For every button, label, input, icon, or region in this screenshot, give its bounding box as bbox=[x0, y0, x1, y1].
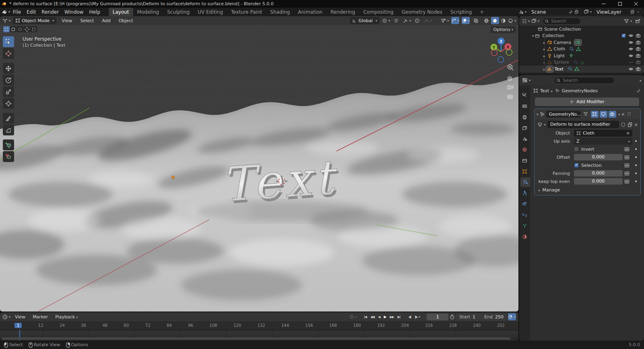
minimize-button[interactable] bbox=[596, 0, 612, 8]
expand-icon[interactable] bbox=[543, 53, 545, 58]
tab-world[interactable] bbox=[519, 145, 530, 154]
select-mode-circle[interactable] bbox=[17, 26, 23, 32]
eye-icon[interactable] bbox=[628, 46, 634, 52]
select-mode-box[interactable] bbox=[10, 26, 17, 32]
eye-icon[interactable] bbox=[628, 66, 634, 72]
tab-render[interactable] bbox=[519, 101, 530, 111]
vp-menu-add[interactable]: Add bbox=[99, 17, 113, 24]
outliner-display-mode-button[interactable] bbox=[531, 17, 539, 25]
menu-render[interactable]: Render bbox=[39, 8, 62, 16]
node-group-browse-button[interactable] bbox=[538, 121, 546, 128]
render-visibility-icon[interactable] bbox=[636, 53, 641, 58]
blender-apps-menu[interactable] bbox=[2, 8, 10, 16]
start-frame-field[interactable]: 1 bbox=[473, 314, 475, 320]
pin-icon[interactable] bbox=[636, 88, 641, 93]
input-attribute-toggle-icon[interactable] bbox=[624, 155, 630, 160]
gizmo-minus-x-axis[interactable] bbox=[491, 50, 497, 56]
up-axis-dropdown[interactable]: Z bbox=[574, 138, 632, 145]
auto-keying-toggle[interactable] bbox=[349, 313, 357, 320]
outliner-row-camera[interactable]: Camera bbox=[519, 39, 644, 46]
render-visibility-icon[interactable] bbox=[636, 40, 641, 45]
input-attribute-toggle-icon[interactable] bbox=[624, 171, 630, 176]
tool-move[interactable] bbox=[3, 63, 14, 74]
outliner-editor-type-button[interactable] bbox=[522, 17, 530, 25]
clear-object-button[interactable] bbox=[626, 131, 630, 136]
animate-dot[interactable] bbox=[635, 156, 637, 158]
selection-checkbox[interactable] bbox=[574, 163, 579, 168]
outliner-row-light[interactable]: Light bbox=[519, 52, 644, 59]
menu-help[interactable]: Help bbox=[86, 8, 103, 16]
outliner-row-scene-collection[interactable]: Scene Collection bbox=[519, 26, 644, 33]
menu-edit[interactable]: Edit bbox=[24, 8, 39, 16]
shading-material-button[interactable] bbox=[500, 17, 508, 24]
input-attribute-toggle-icon[interactable] bbox=[624, 163, 630, 168]
proportional-editing-toggle[interactable] bbox=[413, 17, 421, 24]
outliner-filter-button[interactable] bbox=[624, 17, 632, 25]
expand-icon[interactable] bbox=[543, 40, 545, 45]
tab-material[interactable] bbox=[519, 232, 530, 241]
tab-modifiers[interactable] bbox=[520, 177, 530, 187]
expand-icon[interactable] bbox=[543, 46, 545, 52]
tab-object[interactable] bbox=[519, 166, 530, 176]
end-frame-field[interactable]: 250 bbox=[495, 314, 504, 320]
outliner-row-sphere[interactable]: Sphere bbox=[519, 59, 644, 66]
tab-collection[interactable] bbox=[519, 156, 530, 165]
scene-selector[interactable]: Scene bbox=[529, 8, 581, 15]
tab-layout[interactable]: Layout bbox=[109, 8, 133, 16]
text-object[interactable]: Text Text bbox=[220, 149, 341, 215]
new-collection-button[interactable] bbox=[634, 17, 642, 25]
object-visibility-dropdown[interactable] bbox=[441, 17, 449, 24]
timeline-editor-type-button[interactable] bbox=[2, 313, 10, 320]
outliner-search[interactable] bbox=[543, 18, 581, 25]
object-input-field[interactable]: Cloth bbox=[574, 130, 632, 137]
tab-physics[interactable] bbox=[519, 199, 530, 209]
prev-keyframe-button[interactable]: ◀◀ bbox=[369, 314, 376, 320]
breadcrumb-object[interactable]: Text bbox=[540, 88, 549, 93]
tab-geometry-nodes[interactable]: Geometry Nodes bbox=[398, 8, 446, 16]
tl-menu-marker[interactable]: Marker bbox=[30, 314, 51, 320]
remove-viewlayer-icon[interactable] bbox=[636, 9, 640, 15]
properties-options-dropdown[interactable] bbox=[638, 77, 641, 83]
ruler-tick-current[interactable]: 1 bbox=[14, 323, 22, 328]
keying-popover-button[interactable] bbox=[508, 313, 516, 320]
gizmo-minus-y-axis[interactable] bbox=[506, 50, 512, 56]
timeline-track-area[interactable] bbox=[0, 330, 518, 341]
tab-particles[interactable] bbox=[519, 188, 530, 198]
node-group-name-field[interactable]: Deform to surface modifier bbox=[547, 121, 619, 128]
mode-dropdown[interactable]: Object Mode bbox=[13, 17, 56, 24]
animate-dot[interactable] bbox=[635, 148, 637, 150]
animate-dot[interactable] bbox=[635, 140, 637, 142]
tab-sculpting[interactable]: Sculpting bbox=[163, 8, 194, 16]
modifier-name-field[interactable]: GeometryNo... bbox=[546, 111, 581, 118]
viewlayer-browse-button[interactable] bbox=[584, 8, 592, 16]
render-visibility-icon[interactable] bbox=[636, 60, 641, 65]
timeline-scrollbar[interactable] bbox=[2, 337, 510, 340]
tool-knife[interactable] bbox=[3, 151, 14, 162]
tool-annotate[interactable] bbox=[3, 113, 14, 124]
tool-select-box[interactable] bbox=[3, 36, 14, 47]
expand-icon[interactable] bbox=[532, 33, 534, 38]
menu-window[interactable]: Window bbox=[62, 8, 86, 16]
tab-output[interactable] bbox=[519, 112, 530, 122]
snap-toggle[interactable] bbox=[392, 17, 400, 24]
offset-field[interactable]: 0.000 bbox=[574, 154, 623, 160]
proportional-falloff-dropdown[interactable] bbox=[424, 17, 432, 24]
render-visibility-icon[interactable] bbox=[636, 66, 641, 72]
keep-top-even-field[interactable]: 0.000 bbox=[574, 178, 623, 185]
maximize-button[interactable] bbox=[612, 0, 628, 8]
tab-constraints[interactable] bbox=[519, 210, 530, 220]
tool-cursor[interactable] bbox=[3, 48, 14, 59]
modifier-drag-handle[interactable] bbox=[627, 112, 631, 116]
scene-browse-button[interactable] bbox=[518, 8, 526, 16]
breadcrumb-node-group[interactable]: GeometryNodes bbox=[562, 88, 598, 93]
collection-checkbox[interactable] bbox=[621, 33, 626, 38]
tool-add-primitive[interactable] bbox=[3, 139, 14, 150]
gizmo-minus-z-axis[interactable] bbox=[498, 57, 504, 63]
properties-editor-type-button[interactable] bbox=[522, 77, 530, 84]
jump-to-start-button[interactable]: |◀ bbox=[363, 314, 368, 320]
xray-toggle[interactable] bbox=[472, 17, 480, 24]
select-mode-tweak[interactable] bbox=[3, 26, 10, 32]
expand-icon[interactable] bbox=[543, 66, 545, 72]
viewport-3d-scene[interactable]: Text Text bbox=[0, 25, 518, 312]
unlink-node-group-button[interactable] bbox=[634, 122, 638, 127]
